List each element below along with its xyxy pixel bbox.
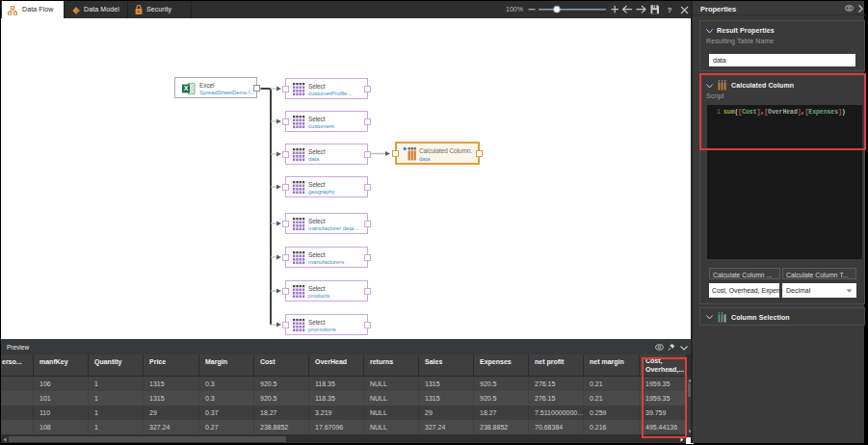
svg-text:X: X (184, 85, 189, 92)
